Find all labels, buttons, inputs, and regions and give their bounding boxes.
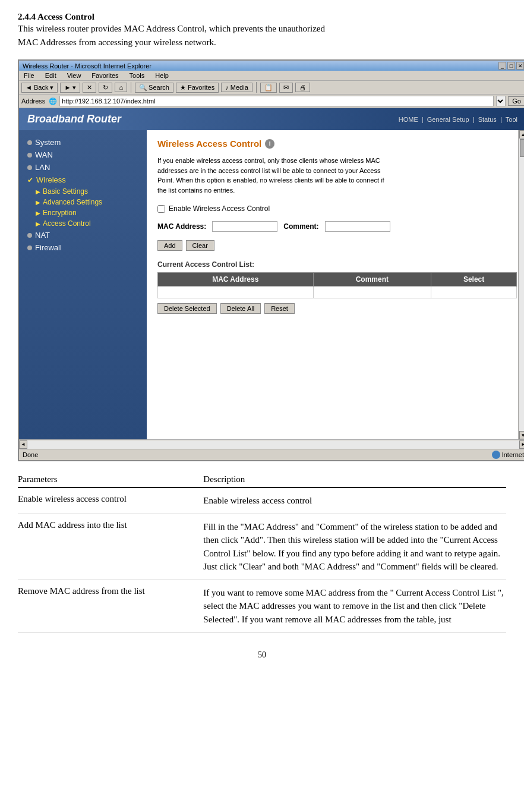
mac-address-label: MAC Address:	[157, 222, 206, 231]
doc-content: Parameters Description Enable wireless a…	[18, 472, 506, 632]
param-remove-mac-desc: If you want to remove some MAC address f…	[203, 580, 506, 632]
nav-home[interactable]: HOME	[399, 116, 418, 123]
address-icon: 🌐	[49, 97, 57, 105]
h-scroll-track	[27, 440, 519, 449]
router-body: System WAN LAN ✔ Wireless ▶ Bas	[19, 130, 524, 439]
reset-button[interactable]: Reset	[264, 303, 295, 314]
menu-file[interactable]: File	[21, 71, 37, 80]
delete-selected-button[interactable]: Delete Selected	[157, 303, 217, 314]
back-button[interactable]: ◄ Back ▾	[21, 83, 58, 93]
sidebar-item-lan[interactable]: LAN	[19, 161, 147, 174]
sidebar-label-nat: NAT	[35, 231, 50, 240]
go-button[interactable]: Go	[508, 96, 524, 106]
scroll-thumb[interactable]	[520, 139, 525, 157]
minimize-button[interactable]: _	[498, 62, 506, 70]
sidebar-subitems-wireless: ▶ Basic Settings ▶ Advanced Settings ▶ E…	[19, 186, 147, 229]
sidebar-item-nat[interactable]: NAT	[19, 229, 147, 241]
main-inner: Wireless Access Control i If you enable …	[147, 130, 524, 322]
toolbar-separator-1	[131, 82, 131, 93]
add-button[interactable]: Add	[157, 240, 182, 251]
table-header-mac: MAC Address	[158, 273, 314, 287]
history-button[interactable]: 📋	[260, 83, 277, 93]
browser-title: Wireless Router - Microsoft Internet Exp…	[23, 62, 151, 70]
table-btn-row: Delete Selected Delete All Reset	[157, 303, 517, 314]
enable-wireless-access-control-label: Enable Wireless Access Control	[169, 204, 270, 213]
sidebar-label-lan: LAN	[35, 163, 50, 172]
add-clear-btn-row: Add Clear	[157, 240, 517, 251]
access-control-table: MAC Address Comment Select	[157, 272, 517, 298]
print-button[interactable]: 🖨	[295, 83, 310, 92]
sidebar-subitem-advanced-settings[interactable]: ▶ Advanced Settings	[31, 197, 147, 207]
menu-favorites[interactable]: Favorites	[89, 71, 121, 80]
refresh-button[interactable]: ↻	[99, 83, 112, 93]
sidebar-subitem-access-control[interactable]: ▶ Access Control	[31, 218, 147, 229]
comment-input[interactable]	[325, 221, 390, 232]
media-button[interactable]: ♪ Media	[221, 83, 252, 92]
toolbar-separator-2	[256, 82, 257, 93]
page-heading-text: Wireless Access Control	[157, 139, 261, 149]
delete-all-button[interactable]: Delete All	[220, 303, 261, 314]
sidebar-item-wireless[interactable]: ✔ Wireless	[19, 174, 147, 186]
enable-wireless-access-control-checkbox[interactable]	[157, 205, 165, 213]
menu-tools[interactable]: Tools	[127, 71, 147, 80]
address-bar: Address 🌐 Go	[19, 95, 524, 108]
globe-icon	[492, 451, 500, 459]
nat-dot	[27, 233, 32, 238]
param-enable-desc: Enable wireless access control	[203, 487, 506, 514]
page-heading: Wireless Access Control i	[157, 139, 517, 149]
clear-button[interactable]: Clear	[186, 240, 214, 251]
horizontal-scrollbar[interactable]: ◄ ►	[19, 439, 524, 449]
status-bar: Done Internet	[19, 449, 524, 460]
params-col-header: Parameters	[18, 472, 203, 487]
sidebar-item-wan[interactable]: WAN	[19, 149, 147, 161]
sidebar-label-wan: WAN	[35, 150, 53, 159]
h-scroll-left-button[interactable]: ◄	[19, 440, 27, 449]
nav-status[interactable]: Status	[478, 116, 497, 123]
firewall-dot	[27, 246, 32, 250]
address-dropdown[interactable]	[496, 96, 506, 106]
menu-help[interactable]: Help	[153, 71, 171, 80]
table-cell-select	[431, 287, 517, 298]
info-icon[interactable]: i	[265, 139, 274, 149]
sidebar-item-firewall[interactable]: Firewall	[19, 241, 147, 254]
param-remove-mac-label: Remove MAC address from the list	[18, 580, 203, 632]
enable-checkbox-row: Enable Wireless Access Control	[157, 204, 517, 213]
sidebar-subitem-basic-settings[interactable]: ▶ Basic Settings	[31, 186, 147, 197]
status-internet-label: Internet	[502, 451, 524, 458]
menu-view[interactable]: View	[65, 71, 84, 80]
address-label: Address	[21, 97, 45, 105]
lan-dot	[27, 165, 32, 170]
mac-address-input[interactable]	[212, 221, 277, 232]
scroll-up-button[interactable]: ▲	[519, 130, 525, 139]
maximize-button[interactable]: □	[507, 62, 515, 70]
mail-button[interactable]: ✉	[279, 83, 293, 93]
stop-button[interactable]: ✕	[83, 83, 96, 93]
nav-tool[interactable]: Tool	[506, 116, 517, 123]
section-title: 2.4.4 Access Control	[18, 12, 94, 21]
close-button[interactable]: ✕	[516, 62, 524, 70]
home-button[interactable]: ⌂	[115, 83, 127, 92]
router-brand: Broadband Router	[27, 113, 121, 125]
system-dot	[27, 140, 32, 145]
nav-general-setup[interactable]: General Setup	[427, 116, 469, 123]
description-col-header: Description	[203, 472, 506, 487]
sidebar-label-advanced-settings: Advanced Settings	[43, 198, 102, 206]
address-input[interactable]	[59, 96, 494, 106]
access-control-arrow: ▶	[36, 221, 40, 227]
forward-button[interactable]: ► ▾	[60, 83, 80, 93]
vertical-scrollbar[interactable]: ▲ ▼	[518, 130, 524, 439]
wireless-checkmark: ✔	[27, 176, 33, 184]
scroll-down-button[interactable]: ▼	[519, 431, 525, 439]
menu-edit[interactable]: Edit	[43, 71, 59, 80]
sidebar-item-system[interactable]: System	[19, 136, 147, 149]
mac-comment-row: MAC Address: Comment:	[157, 221, 517, 232]
search-button[interactable]: 🔍 Search	[135, 83, 173, 93]
sidebar-label-encryption: Encryption	[43, 209, 77, 217]
h-scroll-right-button[interactable]: ►	[519, 440, 524, 449]
titlebar-controls: _ □ ✕	[498, 62, 524, 70]
sidebar-subitem-encryption[interactable]: ▶ Encryption	[31, 207, 147, 218]
section-heading: 2.4.4 Access Control	[18, 12, 506, 22]
page-number: 50	[18, 650, 506, 666]
status-text: Done	[23, 451, 38, 458]
favorites-button[interactable]: ★ Favorites	[176, 83, 219, 93]
